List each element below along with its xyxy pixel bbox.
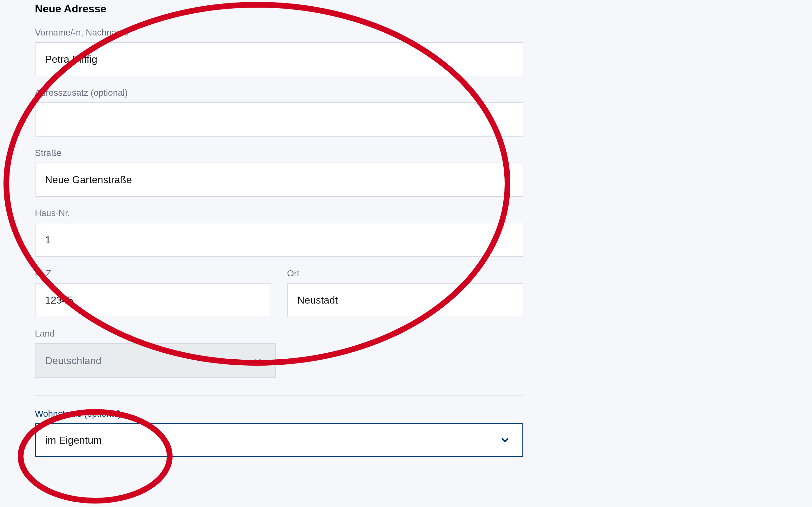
country-label: Land xyxy=(35,329,523,339)
field-country-group: Land Deutschland xyxy=(35,329,523,378)
chevron-down-icon xyxy=(500,435,510,446)
addon-input[interactable] xyxy=(35,102,523,136)
section-title: Neue Adresse xyxy=(35,0,523,15)
field-street-group: Straße xyxy=(35,148,523,197)
field-city-group: Ort xyxy=(287,268,523,317)
field-house-group: Haus-Nr. xyxy=(35,208,523,257)
field-zip-group: PLZ xyxy=(35,268,271,317)
house-label: Haus-Nr. xyxy=(35,208,523,218)
street-label: Straße xyxy=(35,148,523,158)
divider xyxy=(35,395,523,396)
wohnstatus-label: Wohnstatus (optional) xyxy=(35,409,523,419)
field-name-group: Vorname/-n, Nachname xyxy=(35,27,523,76)
country-value: Deutschland xyxy=(45,355,101,367)
city-label: Ort xyxy=(287,268,523,279)
wohnstatus-select[interactable]: im Eigentum xyxy=(35,424,523,457)
zip-label: PLZ xyxy=(35,268,271,279)
zip-city-row: PLZ Ort xyxy=(35,268,523,317)
house-input[interactable] xyxy=(35,223,523,257)
country-select: Deutschland xyxy=(35,343,276,378)
street-input[interactable] xyxy=(35,163,523,197)
chevron-down-icon xyxy=(252,355,263,366)
name-label: Vorname/-n, Nachname xyxy=(35,27,523,38)
zip-input[interactable] xyxy=(35,283,271,317)
field-wohnstatus-group: Wohnstatus (optional) im Eigentum xyxy=(35,409,523,457)
addon-label: Adresszusatz (optional) xyxy=(35,88,523,98)
name-input[interactable] xyxy=(35,42,523,76)
field-addon-group: Adresszusatz (optional) xyxy=(35,88,523,136)
city-input[interactable] xyxy=(287,283,523,317)
wohnstatus-value: im Eigentum xyxy=(45,435,102,446)
